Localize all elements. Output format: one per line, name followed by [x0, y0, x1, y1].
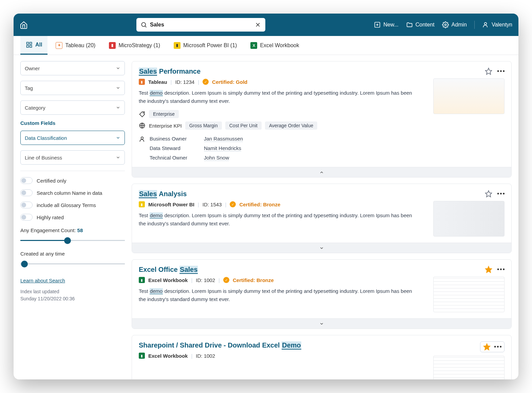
- tab-label: Excel Workbook: [260, 42, 299, 49]
- search-icon: [140, 21, 147, 28]
- custom-fields-label: Custom Fields: [20, 120, 125, 126]
- result-card: Sales Performance ▮ Tableau | ID: 1234 |…: [132, 61, 512, 177]
- content-label: Content: [416, 22, 435, 28]
- card-actions: •••: [485, 68, 505, 75]
- tab-label: Tableau (20): [65, 42, 95, 49]
- platform-icon: ▮: [139, 353, 145, 359]
- svg-point-8: [143, 113, 144, 113]
- star-icon[interactable]: [485, 190, 492, 198]
- rated-toggle[interactable]: [20, 214, 33, 221]
- excel-icon: X: [250, 42, 257, 49]
- card-actions: •••: [485, 190, 505, 198]
- app-header: New... Content Admin Valentyn: [14, 14, 518, 36]
- svg-rect-5: [30, 42, 32, 44]
- filter-label: Category: [25, 105, 45, 111]
- kpi-row: Enterprise KPI Gross MarginCost Per Unit…: [139, 121, 420, 130]
- star-icon[interactable]: [485, 266, 492, 273]
- svg-marker-12: [486, 191, 492, 197]
- engagement-label: Any Engagement Count: 58: [20, 227, 125, 233]
- tab-excel[interactable]: X Excel Workbook: [245, 36, 304, 55]
- search-column-toggle[interactable]: [20, 189, 33, 196]
- user-label: Valentyn: [492, 22, 512, 28]
- data-classification-filter[interactable]: Data Classification: [20, 131, 125, 145]
- owner-grid: Business OwnerJan RassmussenData Steward…: [139, 136, 420, 161]
- card-description: Test demo description. Lorem Ipsum is si…: [139, 211, 420, 228]
- svg-point-10: [141, 137, 144, 139]
- result-thumbnail[interactable]: [433, 356, 505, 379]
- learn-link[interactable]: Learn about Search: [20, 278, 125, 283]
- grid-icon: [26, 41, 33, 48]
- owner-filter[interactable]: Owner: [20, 61, 125, 75]
- certified-toggle[interactable]: [20, 177, 33, 184]
- more-icon[interactable]: •••: [497, 190, 505, 198]
- cert-badge-icon: ✓: [223, 277, 229, 283]
- toggle-label: Certified only: [37, 178, 66, 184]
- result-meta: ▮ Microsoft Power BI | ID: 1543 |✓Certif…: [139, 201, 420, 207]
- result-title[interactable]: Sharepoint / Shared Drive - Download Exc…: [139, 341, 420, 349]
- admin-button[interactable]: Admin: [442, 21, 467, 28]
- chevron-down-icon: [116, 86, 120, 90]
- platform-icon: ▮: [139, 277, 145, 283]
- engagement-slider[interactable]: [20, 237, 125, 244]
- expand-toggle[interactable]: [132, 243, 511, 253]
- glossary-toggle[interactable]: [20, 202, 33, 208]
- plus-square-icon: [374, 21, 381, 28]
- expand-toggle[interactable]: [132, 167, 511, 177]
- kpi-chip[interactable]: Gross Margin: [185, 121, 222, 130]
- category-filter[interactable]: Category: [20, 100, 125, 115]
- cert-label: Certified: Bronze: [239, 202, 280, 207]
- search-input[interactable]: [136, 18, 265, 32]
- result-meta: ▮ Excel Workbook | ID: 1002: [139, 353, 420, 359]
- new-label: New...: [383, 22, 398, 28]
- tab-tableau[interactable]: ✦ Tableau (20): [50, 36, 101, 55]
- chevron-down-icon: [116, 155, 120, 160]
- filter-label: Data Classification: [25, 135, 67, 141]
- tab-powerbi[interactable]: ▮ Microsoft Power BI (1): [168, 36, 242, 55]
- more-icon[interactable]: •••: [494, 343, 501, 351]
- user-icon: [139, 136, 146, 143]
- more-icon[interactable]: •••: [497, 68, 505, 75]
- expand-toggle[interactable]: [132, 318, 511, 329]
- card-description: Test demo description. Lorem Ipsum is si…: [139, 89, 420, 105]
- chevron-down-icon: [116, 135, 120, 140]
- star-icon[interactable]: [485, 68, 492, 75]
- svg-rect-6: [27, 45, 29, 48]
- tag-filter[interactable]: Tag: [20, 81, 125, 95]
- kpi-chip[interactable]: Cost Per Unit: [225, 121, 262, 130]
- globe-icon: [139, 122, 146, 129]
- divider: [20, 171, 125, 171]
- result-thumbnail[interactable]: [433, 201, 505, 237]
- home-icon[interactable]: [20, 21, 28, 29]
- filter-sidebar: Owner Tag Category Custom Fields Data Cl…: [14, 55, 132, 379]
- user-menu[interactable]: Valentyn: [482, 21, 512, 28]
- owner-name[interactable]: Namit Hendricks: [204, 145, 241, 151]
- result-thumbnail[interactable]: [433, 78, 505, 114]
- tab-label: MicroStrategy (1): [118, 42, 160, 49]
- more-icon[interactable]: •••: [497, 266, 505, 273]
- tabs-bar: All ✦ Tableau (20) ▮ MicroStrategy (1) ▮…: [14, 36, 518, 55]
- tab-all[interactable]: All: [20, 36, 48, 55]
- svg-point-2: [444, 24, 446, 26]
- tab-label: Microsoft Power BI (1): [183, 42, 237, 49]
- result-meta: ▮ Tableau | ID: 1234 |✓Certified: Gold: [139, 79, 420, 85]
- star-icon[interactable]: [483, 343, 491, 351]
- created-slider[interactable]: [20, 261, 125, 267]
- content-button[interactable]: Content: [406, 21, 435, 28]
- result-title[interactable]: Excel Office Sales: [139, 266, 420, 274]
- owner-name[interactable]: John Snow: [204, 155, 229, 161]
- owner-row: Business OwnerJan Rassmussen: [150, 136, 243, 142]
- result-title[interactable]: Sales Performance: [139, 68, 420, 75]
- chevron-down-icon: [319, 321, 324, 326]
- tab-microstrategy[interactable]: ▮ MicroStrategy (1): [103, 36, 166, 55]
- result-meta: ▮ Excel Workbook | ID: 1002 |✓Certified:…: [139, 277, 420, 283]
- close-icon[interactable]: [254, 21, 261, 28]
- owner-name[interactable]: Jan Rassmussen: [204, 136, 243, 142]
- result-card: Excel Office Sales ▮ Excel Workbook | ID…: [132, 259, 512, 329]
- new-button[interactable]: New...: [374, 21, 398, 28]
- chevron-down-icon: [116, 66, 120, 71]
- tag-chip[interactable]: Enterprise: [149, 110, 179, 118]
- result-thumbnail[interactable]: [433, 277, 505, 312]
- lob-filter[interactable]: Line of Business: [20, 150, 125, 165]
- result-title[interactable]: Sales Analysis: [139, 190, 420, 198]
- kpi-chip[interactable]: Average Order Value: [265, 121, 317, 130]
